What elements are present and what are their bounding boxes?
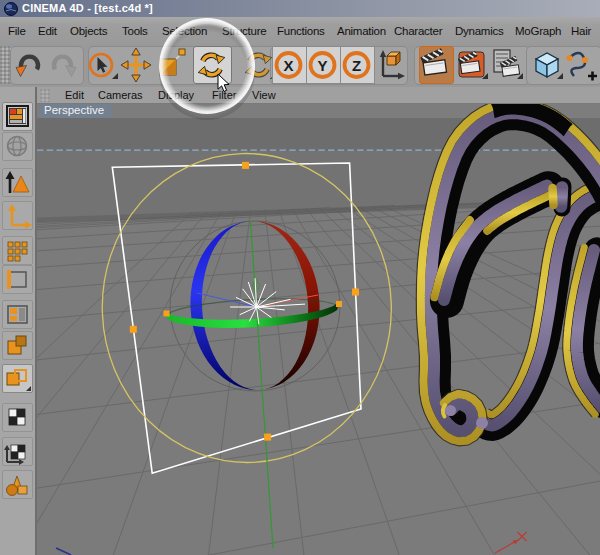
svg-text:Y: Y: [317, 57, 327, 74]
svg-text:X: X: [283, 57, 293, 74]
svg-text:Z: Z: [352, 57, 361, 74]
